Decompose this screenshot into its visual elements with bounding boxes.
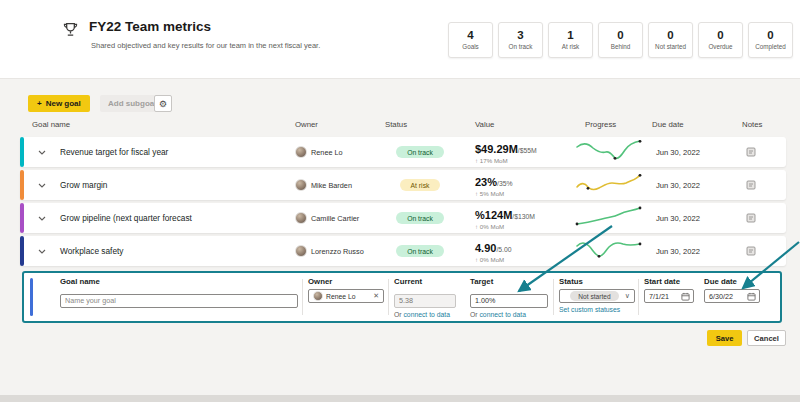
connect-to-data-link[interactable]: connect to data [403, 311, 449, 318]
avatar [313, 291, 323, 301]
owner-name: Mike Barden [311, 181, 352, 190]
goal-name-label: Goal name [60, 277, 298, 286]
goal-row[interactable]: Revenue target for fiscal year Renee Lo … [20, 137, 786, 167]
stat-card-on-track[interactable]: 3 On track [498, 22, 543, 58]
row-accent-bar [20, 170, 24, 200]
due-date-input[interactable]: 6/30/22 [704, 289, 760, 303]
column-header-due-date: Due date [652, 120, 684, 129]
new-goal-editor: Goal name Owner Renee Lo ✕ Current Or co… [22, 271, 782, 323]
start-date-input[interactable]: 7/1/21 [644, 289, 694, 303]
divider [553, 279, 554, 315]
start-date-label: Start date [644, 277, 694, 286]
value-cell: $49.29M/$55M ↑ 17% MoM [462, 140, 548, 164]
target-label: Target [470, 277, 548, 286]
value-cell: 4.90/5.00 ↑ 0% MoM [462, 239, 548, 263]
divider [388, 279, 389, 315]
gear-icon: ⚙ [159, 99, 167, 109]
row-accent-bar [20, 236, 24, 266]
value-cell: 23%/35% ↑ 5% MoM [462, 173, 548, 197]
current-label: Current [394, 277, 456, 286]
page-title: FY22 Team metrics [89, 19, 211, 34]
save-button[interactable]: Save [707, 330, 742, 346]
due-date: Jun 30, 2022 [656, 247, 716, 256]
chevron-down-icon[interactable] [38, 249, 46, 254]
due-date-label: Due date [704, 277, 760, 286]
notes-icon[interactable] [746, 180, 756, 190]
goal-row[interactable]: Grow pipeline (next quarter forecast Cam… [20, 203, 786, 233]
page-subtitle: Shared objectived and key results for ou… [91, 41, 320, 50]
status-dropdown[interactable]: Not started ∨ [559, 289, 635, 303]
due-date: Jun 30, 2022 [656, 148, 716, 157]
status-badge: On track [396, 245, 444, 257]
stat-card-completed[interactable]: 0 Completed [748, 22, 793, 58]
value-cell: %124M/$130M ↑ 0% MoM [462, 206, 548, 230]
notes-icon[interactable] [746, 213, 756, 223]
trophy-icon [62, 21, 79, 38]
editor-accent-bar [30, 278, 33, 316]
chevron-down-icon[interactable] [38, 183, 46, 188]
cancel-button[interactable]: Cancel [747, 330, 786, 346]
plus-icon: + [37, 99, 42, 108]
chevron-down-icon[interactable] [38, 150, 46, 155]
page-header: FY22 Team metrics Shared objectived and … [0, 0, 800, 79]
status-badge: At risk [400, 179, 441, 191]
goal-name-input[interactable] [60, 294, 298, 308]
divider [302, 279, 303, 315]
avatar [295, 179, 307, 191]
progress-sparkline [574, 139, 644, 161]
chevron-down-icon[interactable] [38, 216, 46, 221]
calendar-icon[interactable] [747, 292, 756, 301]
column-header-progress: Progress [585, 120, 616, 129]
column-header-status: Status [385, 120, 407, 129]
due-date: Jun 30, 2022 [656, 214, 716, 223]
bottom-strip [0, 395, 800, 402]
target-value-input[interactable] [470, 294, 548, 308]
status-badge: On track [396, 212, 444, 224]
goal-name: Grow margin [60, 180, 292, 190]
column-header-owner: Owner [295, 120, 318, 129]
avatar [295, 245, 307, 257]
progress-sparkline [574, 172, 644, 194]
stat-card-overdue[interactable]: 0 Overdue [698, 22, 743, 58]
stat-card-at-risk[interactable]: 1 At risk [548, 22, 593, 58]
due-date: Jun 30, 2022 [656, 181, 716, 190]
current-value-input[interactable] [394, 294, 456, 308]
owner-name: Lorenzzo Russo [311, 247, 364, 256]
settings-button[interactable]: ⚙ [154, 95, 172, 112]
stat-card-not-started[interactable]: 0 Not started [648, 22, 693, 58]
progress-sparkline [574, 205, 644, 227]
owner-chip[interactable]: Renee Lo ✕ [308, 289, 384, 303]
stat-card-goals[interactable]: 4 Goals [448, 22, 493, 58]
row-accent-bar [20, 203, 24, 233]
avatar [295, 212, 307, 224]
column-header-value: Value [475, 120, 494, 129]
goal-row[interactable]: Workplace safety Lorenzzo Russo On track… [20, 236, 786, 266]
column-header-goal-name: Goal name [32, 120, 70, 129]
new-goal-button[interactable]: + New goal [28, 95, 90, 112]
owner-label: Owner [308, 277, 384, 286]
notes-icon[interactable] [746, 147, 756, 157]
remove-owner-icon[interactable]: ✕ [373, 292, 379, 300]
calendar-icon[interactable] [681, 292, 690, 301]
column-header-notes: Notes [742, 120, 762, 129]
app-window: FY22 Team metrics Shared objectived and … [0, 0, 800, 402]
row-accent-bar [20, 137, 24, 167]
goal-row[interactable]: Grow margin Mike Barden At risk 23%/35% … [20, 170, 786, 200]
goal-name: Grow pipeline (next quarter forecast [60, 213, 292, 223]
owner-name: Renee Lo [311, 148, 343, 157]
status-badge: On track [396, 146, 444, 158]
progress-sparkline [574, 238, 644, 260]
notes-icon[interactable] [746, 246, 756, 256]
set-custom-statuses-link[interactable]: Set custom statuses [559, 306, 620, 313]
chevron-down-icon: ∨ [625, 292, 630, 300]
goal-name: Workplace safety [60, 246, 292, 256]
avatar [295, 146, 307, 158]
stat-card-behind[interactable]: 0 Behind [598, 22, 643, 58]
goal-name: Revenue target for fiscal year [60, 147, 292, 157]
status-label: Status [559, 277, 635, 286]
divider [638, 279, 639, 315]
summary-stats: 4 Goals 3 On track 1 At risk 0 Behind 0 … [448, 22, 793, 58]
connect-to-data-link[interactable]: connect to data [479, 311, 525, 318]
owner-name: Camille Cartier [311, 214, 359, 223]
